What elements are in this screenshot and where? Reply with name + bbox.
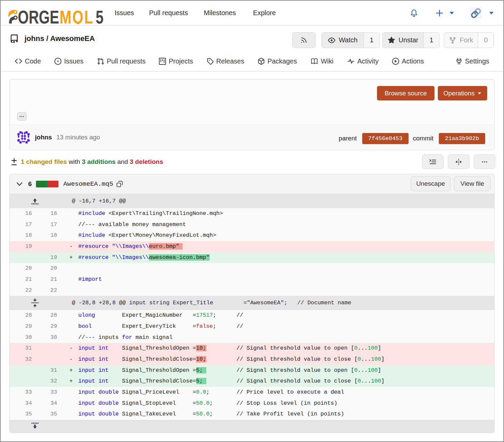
svg-text:MQL: MQL [60, 7, 94, 24]
svg-text:5: 5 [96, 7, 103, 24]
svg-text:ORGE: ORGE [18, 7, 59, 24]
